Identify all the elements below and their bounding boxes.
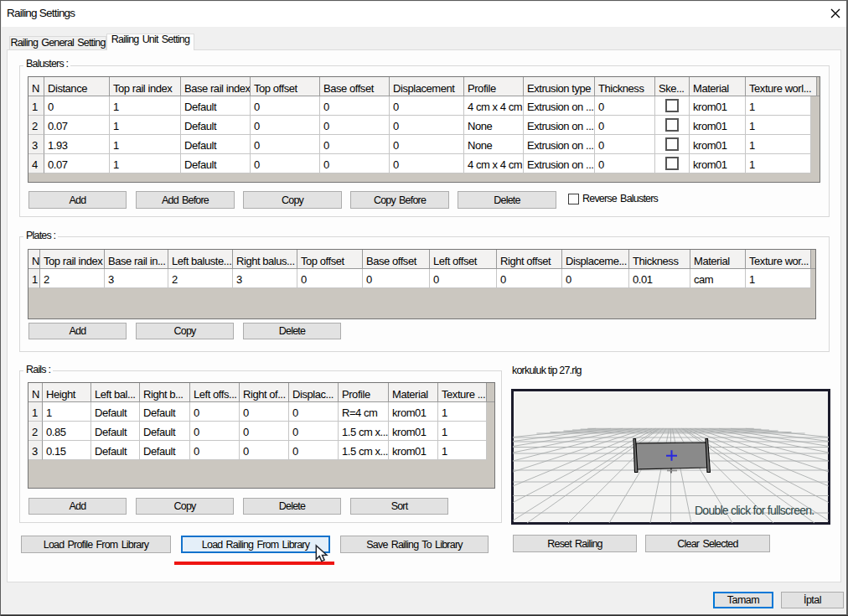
svg-text:Double click for fullscreen.: Double click for fullscreen. <box>695 504 814 517</box>
